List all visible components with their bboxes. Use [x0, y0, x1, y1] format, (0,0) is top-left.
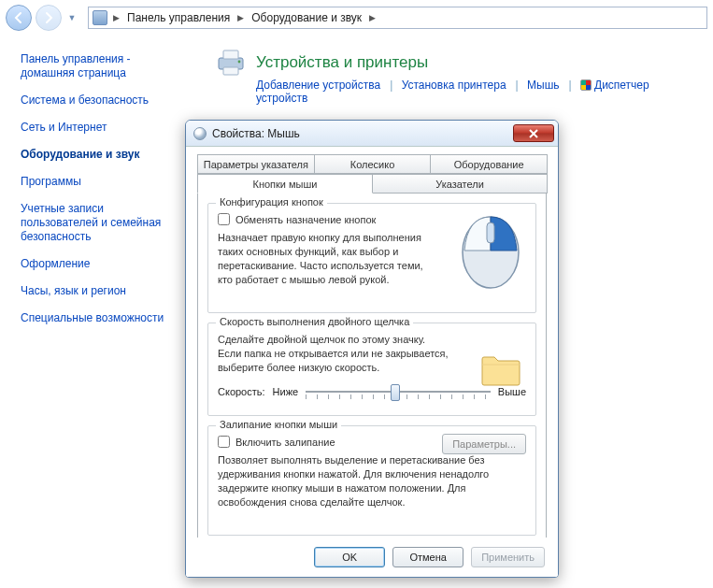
checkbox-label: Включить залипание — [235, 437, 335, 448]
sidebar-item-appearance[interactable]: Оформление — [21, 257, 178, 271]
control-panel-icon — [93, 10, 107, 25]
close-button[interactable] — [513, 124, 554, 142]
speed-low-label: Ниже — [273, 386, 299, 397]
link-install-printer[interactable]: Установка принтера — [402, 79, 506, 92]
group-doubleclick-speed: Скорость выполнения двойного щелчка Сдел… — [207, 323, 536, 416]
tab-hardware[interactable]: Оборудование — [430, 154, 548, 174]
category-devices-printers: Устройства и принтеры Добавление устройс… — [215, 49, 702, 105]
breadcrumb[interactable]: ▶ Панель управления ▶ Оборудование и зву… — [88, 7, 707, 29]
mouse-icon — [193, 127, 207, 140]
group-description: Позволяет выполнять выделение и перетаск… — [218, 453, 526, 509]
mouse-properties-dialog: Свойства: Мышь Параметры указателя Колес… — [185, 120, 559, 578]
svg-point-3 — [238, 61, 241, 64]
close-icon — [528, 129, 539, 138]
svg-rect-5 — [487, 222, 494, 243]
dialog-titlebar[interactable]: Свойства: Мышь — [186, 121, 558, 147]
group-description: Назначает правую кнопку для выполнения т… — [218, 231, 423, 286]
shield-icon — [580, 79, 592, 91]
link-mouse[interactable]: Мышь — [527, 79, 560, 92]
chevron-right-icon: ▶ — [113, 13, 120, 22]
tabs-row-1: Параметры указателя Колесико Оборудовани… — [197, 154, 547, 174]
nav-back-button[interactable] — [6, 5, 32, 31]
explorer-topbar: ▼ ▶ Панель управления ▶ Оборудование и з… — [0, 0, 713, 36]
cancel-button[interactable]: Отмена — [392, 547, 463, 567]
sidebar-item-users[interactable]: Учетные записи пользователей и семейная … — [21, 202, 178, 244]
sidebar-item-clock[interactable]: Часы, язык и регион — [21, 284, 178, 298]
category-links: Добавление устройства| Установка принтер… — [256, 79, 702, 105]
checkbox-input[interactable] — [218, 213, 230, 225]
chevron-right-icon: ▶ — [237, 13, 244, 22]
chevron-right-icon: ▶ — [369, 13, 376, 22]
group-legend: Залипание кнопки мыши — [216, 419, 341, 430]
sidebar-item-network[interactable]: Сеть и Интернет — [21, 121, 178, 135]
slider-thumb[interactable] — [391, 384, 400, 401]
svg-rect-1 — [223, 50, 238, 59]
clicklock-settings-button[interactable]: Параметры... — [442, 434, 526, 454]
link-add-device[interactable]: Добавление устройства — [256, 79, 380, 92]
nav-history-dropdown[interactable]: ▼ — [65, 9, 78, 26]
group-description: Сделайте двойной щелчок по этому значку.… — [218, 333, 451, 375]
group-legend: Конфигурация кнопок — [216, 196, 327, 208]
tab-pointers[interactable]: Указатели — [372, 174, 548, 194]
category-title[interactable]: Устройства и принтеры — [256, 53, 428, 72]
sidebar: Панель управления - домашняя страница Си… — [0, 36, 187, 588]
svg-rect-2 — [223, 67, 238, 75]
apply-button[interactable]: Применить — [471, 547, 545, 567]
dialog-title: Свойства: Мышь — [212, 127, 513, 140]
breadcrumb-seg-hardware-sound[interactable]: Оборудование и звук — [250, 9, 364, 26]
breadcrumb-seg-control-panel[interactable]: Панель управления — [125, 9, 232, 26]
tab-panel-buttons: Конфигурация кнопок Обменять назначение … — [197, 194, 547, 566]
tab-wheel[interactable]: Колесико — [314, 154, 432, 174]
sidebar-item-programs[interactable]: Программы — [21, 175, 178, 189]
tab-pointer-options[interactable]: Параметры указателя — [197, 154, 315, 174]
speed-label: Скорость: — [218, 386, 265, 397]
group-button-config: Конфигурация кнопок Обменять назначение … — [207, 203, 536, 313]
dialog-button-bar: OK Отмена Применить — [186, 538, 558, 577]
checkbox-input[interactable] — [218, 436, 230, 448]
sidebar-item-system-security[interactable]: Система и безопасность — [21, 93, 178, 108]
group-legend: Скорость выполнения двойного щелчка — [216, 316, 413, 327]
ok-button[interactable]: OK — [314, 547, 385, 567]
speed-slider[interactable] — [306, 382, 491, 401]
sidebar-home[interactable]: Панель управления - домашняя страница — [21, 52, 178, 80]
checkbox-label: Обменять назначение кнопок — [235, 214, 376, 225]
group-clicklock: Залипание кнопки мыши Параметры... Включ… — [207, 425, 536, 536]
tabs-row-2: Кнопки мыши Указатели — [197, 174, 547, 194]
nav-forward-button[interactable] — [36, 5, 62, 31]
speed-high-label: Выше — [498, 386, 526, 397]
tab-buttons[interactable]: Кнопки мыши — [197, 174, 373, 194]
sidebar-item-hardware-sound[interactable]: Оборудование и звук — [21, 148, 178, 162]
printer-icon — [215, 49, 247, 77]
mouse-preview-icon — [453, 209, 528, 292]
sidebar-item-accessibility[interactable]: Специальные возможности — [21, 311, 178, 325]
